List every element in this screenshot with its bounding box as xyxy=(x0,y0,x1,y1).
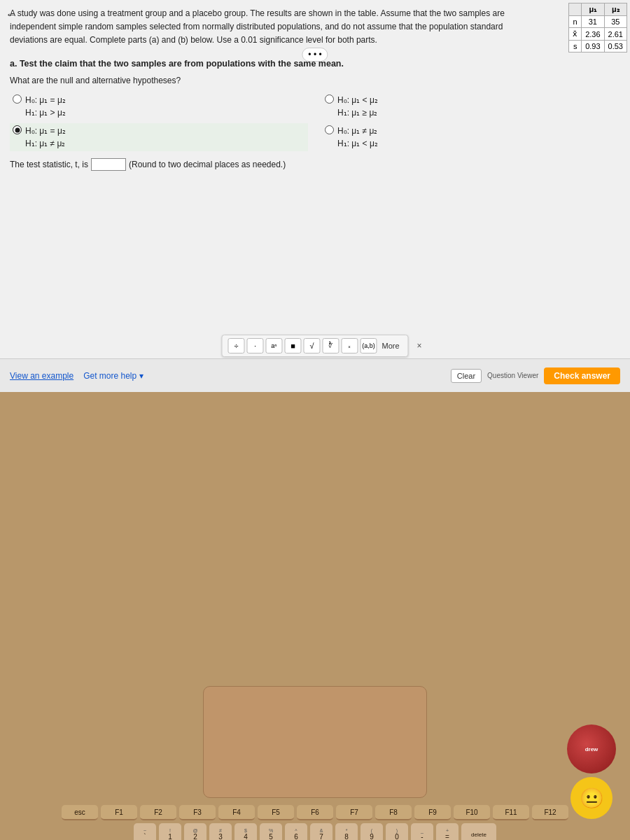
key-f8[interactable]: F8 xyxy=(375,805,412,820)
check-answer-button[interactable]: Check answer xyxy=(544,368,620,384)
option-a-text: H₀: μ₁ = μ₂ H₁: μ₁ > μ₂ xyxy=(25,94,66,119)
test-stat-input[interactable] xyxy=(91,158,126,171)
hypothesis-options: H₀: μ₁ = μ₂ H₁: μ₁ > μ₂ H₀: μ₁ < μ₂ H₁: … xyxy=(10,92,620,151)
main-content: A study was done using a treatment group… xyxy=(0,0,630,178)
math-btn-subscript[interactable]: ₓ xyxy=(341,338,358,354)
hypotheses-question: What are the null and alternative hypoth… xyxy=(10,74,620,87)
sticker-area: drew 😐 xyxy=(567,724,616,819)
spinner-sticker: drew xyxy=(567,724,616,774)
radio-c[interactable] xyxy=(13,125,22,134)
emoji-sticker: 😐 xyxy=(570,777,612,819)
option-b-text: H₀: μ₁ < μ₂ H₁: μ₁ ≥ μ₂ xyxy=(337,94,378,119)
key-9[interactable]: (9 xyxy=(360,823,383,840)
key-equals[interactable]: += xyxy=(436,823,458,840)
key-backtick[interactable]: ~` xyxy=(134,823,156,840)
question-viewer-label: Question Viewer xyxy=(487,372,538,379)
part-a-label: a. Test the claim that the two samples a… xyxy=(10,57,620,71)
option-c[interactable]: H₀: μ₁ = μ₂ H₁: μ₁ ≠ μ₂ xyxy=(10,123,308,151)
number-key-row: ~` !1 @2 #3 $4 %5 ^6 &7 *8 (9 )0 _- += d… xyxy=(21,823,609,840)
test-stat-hint: (Round to two decimal places as needed.) xyxy=(129,158,286,171)
math-btn-interval[interactable]: (a,b) xyxy=(360,338,377,354)
get-more-help-link[interactable]: Get more help ▾ xyxy=(83,371,143,381)
key-f1[interactable]: F1 xyxy=(101,805,137,820)
option-d-text: H₀: μ₁ ≠ μ₂ H₁: μ₁ < μ₂ xyxy=(337,125,378,150)
bottom-bar: View an example Get more help ▾ Clear Qu… xyxy=(0,358,630,392)
key-f3[interactable]: F3 xyxy=(179,805,216,820)
screen: ← μ₁ μ₂ n 31 35 x̄ 2.36 2.61 s 0.93 0.53… xyxy=(0,0,630,392)
math-btn-divide[interactable]: ÷ xyxy=(227,338,244,354)
key-f12[interactable]: F12 xyxy=(532,805,568,820)
math-btn-sqrt[interactable]: √ xyxy=(303,338,320,354)
key-f11[interactable]: F11 xyxy=(493,805,529,820)
key-f2[interactable]: F2 xyxy=(140,805,176,820)
test-stat-line: The test statistic, t, is (Round to two … xyxy=(10,158,620,171)
problem-text: A study was done using a treatment group… xyxy=(10,7,620,48)
key-f4[interactable]: F4 xyxy=(218,805,255,820)
key-f9[interactable]: F9 xyxy=(414,805,451,820)
key-6[interactable]: ^6 xyxy=(285,823,307,840)
key-1[interactable]: !1 xyxy=(159,823,181,840)
radio-b[interactable] xyxy=(325,94,334,104)
key-f10[interactable]: F10 xyxy=(454,805,490,820)
key-f5[interactable]: F5 xyxy=(258,805,294,820)
radio-d[interactable] xyxy=(325,125,334,134)
key-f7[interactable]: F7 xyxy=(336,805,372,820)
option-d[interactable]: H₀: μ₁ ≠ μ₂ H₁: μ₁ < μ₂ xyxy=(322,123,620,151)
option-c-text: H₀: μ₁ = μ₂ H₁: μ₁ ≠ μ₂ xyxy=(25,125,66,150)
clear-button[interactable]: Clear xyxy=(451,369,482,383)
bottom-right-controls: Clear Question Viewer Check answer xyxy=(451,368,620,384)
key-esc[interactable]: esc xyxy=(62,805,98,820)
key-5[interactable]: %5 xyxy=(260,823,282,840)
trackpad[interactable] xyxy=(203,686,427,798)
key-0[interactable]: )0 xyxy=(386,823,408,840)
keyboard: esc F1 F2 F3 F4 F5 F6 F7 F8 F9 F10 F11 F… xyxy=(21,805,609,840)
key-3[interactable]: #3 xyxy=(209,823,232,840)
math-btn-dot[interactable]: · xyxy=(246,338,263,354)
view-example-link[interactable]: View an example xyxy=(10,371,74,381)
more-button[interactable]: More xyxy=(379,342,402,350)
test-stat-label: The test statistic, t, is xyxy=(10,158,88,171)
close-toolbar-button[interactable]: × xyxy=(417,341,422,351)
math-toolbar: ÷ · aⁿ ■ √ ∛ ₓ (a,b) More × xyxy=(221,335,408,357)
key-2[interactable]: @2 xyxy=(184,823,206,840)
key-8[interactable]: *8 xyxy=(335,823,358,840)
function-key-row: esc F1 F2 F3 F4 F5 F6 F7 F8 F9 F10 F11 F… xyxy=(21,805,609,820)
spinner-label: drew xyxy=(585,746,598,752)
keyboard-area: MacBook Air esc F1 F2 F3 F4 F5 F6 F7 F8 … xyxy=(0,392,630,840)
option-a[interactable]: H₀: μ₁ = μ₂ H₁: μ₁ > μ₂ xyxy=(10,92,308,120)
math-btn-square[interactable]: ■ xyxy=(284,338,301,354)
key-delete[interactable]: delete xyxy=(461,823,496,840)
key-minus[interactable]: _- xyxy=(411,823,433,840)
option-b[interactable]: H₀: μ₁ < μ₂ H₁: μ₁ ≥ μ₂ xyxy=(322,92,620,120)
key-4[interactable]: $4 xyxy=(234,823,257,840)
math-btn-power[interactable]: aⁿ xyxy=(265,338,282,354)
key-7[interactable]: &7 xyxy=(310,823,332,840)
radio-a[interactable] xyxy=(13,94,22,104)
key-f6[interactable]: F6 xyxy=(297,805,333,820)
math-btn-cbrt[interactable]: ∛ xyxy=(322,338,339,354)
